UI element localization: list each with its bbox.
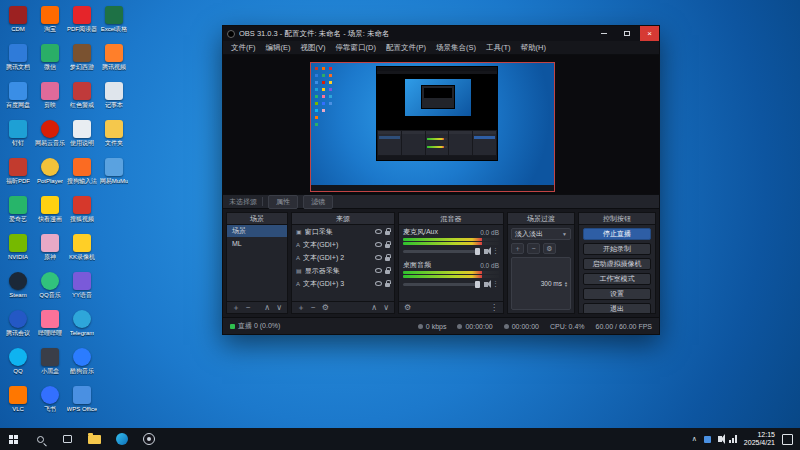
- desktop-icon[interactable]: 淘宝: [34, 4, 66, 42]
- menu-item[interactable]: 编辑(E): [261, 43, 296, 53]
- desktop-icon[interactable]: 飞书: [34, 384, 66, 422]
- scene-item[interactable]: 场景: [227, 225, 287, 237]
- desktop-icon[interactable]: 酷狗音乐: [66, 346, 98, 384]
- tray-expand-button[interactable]: ∧: [692, 435, 697, 443]
- volume-slider[interactable]: [403, 250, 480, 253]
- menu-item[interactable]: 文件(F): [226, 43, 261, 53]
- desktop-icon[interactable]: Steam: [2, 270, 34, 308]
- desktop-icon[interactable]: Excel表格: [98, 4, 130, 42]
- desktop-icon[interactable]: 网易云音乐: [34, 118, 66, 156]
- menu-item[interactable]: 视图(V): [296, 43, 331, 53]
- desktop-icon[interactable]: PDF阅读器: [66, 4, 98, 42]
- desktop-icon[interactable]: 红色警戒: [66, 80, 98, 118]
- desktop-icon[interactable]: CDM: [2, 4, 34, 42]
- remove-transition-button[interactable]: −: [527, 243, 540, 254]
- controls-dock-title[interactable]: 控制按钮: [579, 213, 655, 225]
- visibility-icon[interactable]: [375, 242, 382, 247]
- task-view-button[interactable]: [54, 428, 81, 450]
- screen-capture-source[interactable]: [311, 63, 554, 191]
- desktop-icon[interactable]: WPS Office: [66, 384, 98, 422]
- desktop-icon[interactable]: 钉钉: [2, 118, 34, 156]
- desktop-icon[interactable]: 网易MuMu: [98, 156, 130, 194]
- volume-icon[interactable]: [718, 436, 722, 442]
- sources-dock-title[interactable]: 来源: [292, 213, 394, 225]
- desktop-icon[interactable]: 梦幻西游: [66, 42, 98, 80]
- desktop-icon[interactable]: 微信: [34, 42, 66, 80]
- desktop-icon[interactable]: 爱奇艺: [2, 194, 34, 232]
- transition-properties-button[interactable]: ⚙: [543, 243, 556, 254]
- scene-down-button[interactable]: ∨: [276, 304, 282, 312]
- obs-taskbar-button[interactable]: [135, 428, 162, 450]
- transitions-dock-title[interactable]: 场景过渡: [508, 213, 574, 225]
- add-source-button[interactable]: ＋: [297, 304, 305, 312]
- slider-handle[interactable]: [475, 281, 480, 288]
- mixer-settings-icon[interactable]: ⚙: [404, 304, 411, 312]
- control-button[interactable]: 停止直播: [583, 228, 651, 240]
- visibility-icon[interactable]: [375, 229, 382, 234]
- obs-titlebar[interactable]: OBS 31.0.3 - 配置文件: 未命名 - 场景: 未命名 ×: [223, 26, 659, 41]
- action-center-icon[interactable]: [782, 434, 793, 445]
- desktop-icon[interactable]: 搜狐视频: [66, 194, 98, 232]
- source-row[interactable]: ▤ 显示器采集: [292, 264, 394, 277]
- desktop-icon[interactable]: 原神: [34, 232, 66, 270]
- transition-select[interactable]: 淡入淡出 ▼: [511, 228, 571, 240]
- network-icon[interactable]: [729, 435, 737, 443]
- preview-canvas[interactable]: [223, 55, 659, 194]
- menu-item[interactable]: 停靠窗口(D): [331, 43, 381, 53]
- source-row[interactable]: A 文本(GDI+): [292, 238, 394, 251]
- add-scene-button[interactable]: ＋: [232, 304, 240, 312]
- scene-up-button[interactable]: ∧: [264, 304, 270, 312]
- mixer-menu-icon[interactable]: ⋮: [490, 304, 498, 312]
- maximize-button[interactable]: [617, 26, 636, 41]
- desktop-icon[interactable]: YY语音: [66, 270, 98, 308]
- lock-icon[interactable]: [385, 283, 390, 287]
- desktop-icon[interactable]: 腾讯会议: [2, 308, 34, 346]
- desktop-icon[interactable]: 百度网盘: [2, 80, 34, 118]
- source-down-button[interactable]: ∨: [383, 304, 389, 312]
- visibility-icon[interactable]: [375, 268, 382, 273]
- control-button[interactable]: 退出: [583, 303, 651, 313]
- scenes-dock-title[interactable]: 场景: [227, 213, 287, 225]
- menu-item[interactable]: 工具(T): [481, 43, 516, 53]
- remove-source-button[interactable]: −: [311, 304, 316, 312]
- source-row[interactable]: ▣ 窗口采集: [292, 225, 394, 238]
- visibility-icon[interactable]: [375, 281, 382, 286]
- desktop-icon[interactable]: Telegram: [66, 308, 98, 346]
- menu-item[interactable]: 配置文件(P): [381, 43, 431, 53]
- desktop-icon[interactable]: 福昕PDF: [2, 156, 34, 194]
- slider-handle[interactable]: [475, 248, 480, 255]
- lock-icon[interactable]: [385, 244, 390, 248]
- minimize-button[interactable]: [594, 26, 613, 41]
- desktop-icon[interactable]: 小黑盒: [34, 346, 66, 384]
- add-transition-button[interactable]: ＋: [511, 243, 524, 254]
- visibility-icon[interactable]: [375, 255, 382, 260]
- desktop-icon[interactable]: VLC: [2, 384, 34, 422]
- lock-icon[interactable]: [385, 270, 390, 274]
- lock-icon[interactable]: [385, 257, 390, 261]
- control-button[interactable]: 设置: [583, 288, 651, 300]
- desktop-icon[interactable]: QQ: [2, 346, 34, 384]
- control-button[interactable]: 工作室模式: [583, 273, 651, 285]
- desktop-icon[interactable]: QQ音乐: [34, 270, 66, 308]
- desktop-icon[interactable]: 搜狗输入法: [66, 156, 98, 194]
- tray-app-icon[interactable]: [704, 436, 711, 443]
- mixer-dock-title[interactable]: 混音器: [399, 213, 503, 225]
- source-row[interactable]: A 文本(GDI+) 2: [292, 251, 394, 264]
- menu-item[interactable]: 帮助(H): [516, 43, 551, 53]
- desktop-icon[interactable]: 记事本: [98, 80, 130, 118]
- close-button[interactable]: ×: [640, 26, 659, 41]
- remove-scene-button[interactable]: −: [246, 304, 251, 312]
- transition-duration-field[interactable]: 300 ms ▲▼: [511, 257, 571, 310]
- mute-speaker-icon[interactable]: [484, 249, 488, 254]
- desktop-icon[interactable]: 腾讯文档: [2, 42, 34, 80]
- scene-item[interactable]: ML: [227, 237, 287, 249]
- channel-options-icon[interactable]: ⋮: [492, 280, 499, 288]
- source-properties-button[interactable]: ⚙: [322, 304, 329, 312]
- mute-speaker-icon[interactable]: [484, 282, 488, 287]
- desktop-icon[interactable]: 剪映: [34, 80, 66, 118]
- properties-button[interactable]: 属性: [268, 195, 298, 209]
- file-explorer-button[interactable]: [81, 428, 108, 450]
- menu-item[interactable]: 场景集合(S): [431, 43, 481, 53]
- lock-icon[interactable]: [385, 231, 390, 235]
- desktop-icon[interactable]: 文件夹: [98, 118, 130, 156]
